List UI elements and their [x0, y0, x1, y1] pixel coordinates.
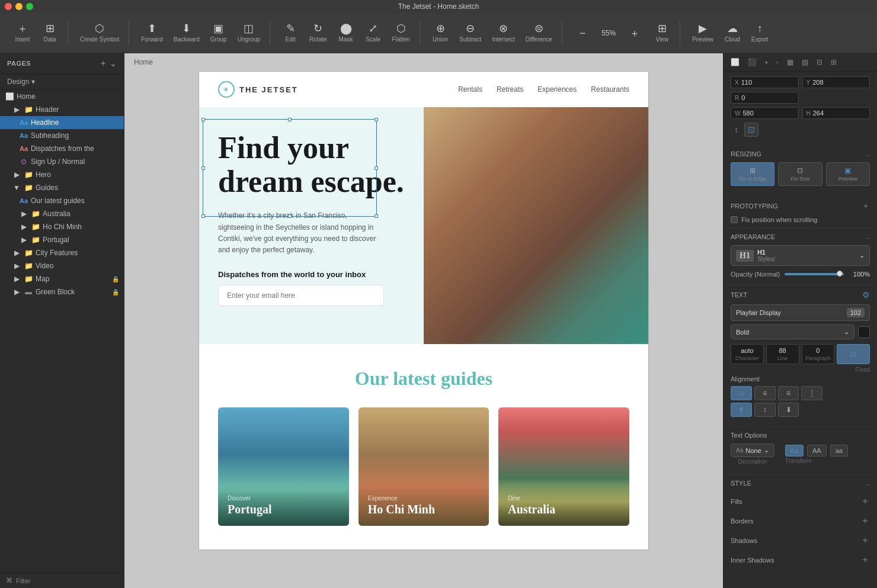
preview-button[interactable]: ▶ Preview	[687, 21, 718, 45]
opacity-slider[interactable]	[785, 273, 844, 275]
font-color-swatch[interactable]	[858, 326, 870, 338]
maximize-button[interactable]	[26, 3, 33, 10]
layer-hero[interactable]: ▶ 📁 Hero	[0, 168, 124, 181]
layer-australia[interactable]: ▶ 📁 Australia	[0, 207, 124, 220]
layer-header[interactable]: ▶ 📁 Header	[0, 103, 124, 116]
scale-button[interactable]: ⤢ Scale	[360, 21, 386, 45]
appearance-style-select[interactable]: H1 H1 Styles/ ⌄	[731, 245, 870, 266]
minimize-button[interactable]	[15, 3, 23, 10]
create-symbol-button[interactable]: ⬡ Create Symbol	[75, 21, 124, 45]
align-left-button[interactable]: ≡	[731, 386, 752, 400]
export-button[interactable]: ↑ Export	[747, 21, 773, 45]
layer-subheading[interactable]: Aa Subheading	[0, 129, 124, 142]
union-button[interactable]: ⊕ Union	[427, 21, 453, 45]
transform-upper-button[interactable]: AA	[807, 445, 827, 457]
inner-shadows-add-button[interactable]: ＋	[860, 554, 870, 566]
view-button[interactable]: ⊞ View	[649, 21, 675, 45]
backward-button[interactable]: ⬇ Backward	[169, 21, 204, 45]
valign-bottom-button[interactable]: ⬇	[778, 403, 799, 417]
layer-our-latest[interactable]: Aa Our latest guides	[0, 194, 124, 207]
close-button[interactable]	[5, 3, 12, 10]
difference-button[interactable]: ⊜ Difference	[521, 21, 557, 45]
transform-title-case-button[interactable]: Aa	[785, 445, 804, 457]
char-field[interactable]: auto Character	[731, 344, 764, 364]
valign-top-button[interactable]: ⬆	[731, 403, 752, 417]
cloud-button[interactable]: ☁ Cloud	[719, 21, 745, 45]
fix-size-option[interactable]: ⊡ Fix Size	[778, 162, 822, 186]
rotate-button[interactable]: ↻ Rotate	[305, 21, 331, 45]
collapse-pages-button[interactable]: ⌄	[110, 58, 117, 69]
w-field[interactable]: W 580	[731, 107, 799, 119]
align-right-button[interactable]: ≡	[778, 386, 799, 400]
nav-restaurants[interactable]: Restaurants	[591, 85, 629, 94]
flatten-button[interactable]: ⬡ Flatten	[388, 21, 415, 45]
design-toggle[interactable]: Design ▾	[0, 74, 124, 90]
fix-scroll-checkbox[interactable]	[731, 216, 738, 223]
zoom-out-button[interactable]: −	[569, 25, 596, 41]
filter-bar[interactable]: ⌘ Filter	[0, 573, 124, 588]
appearance-chevron[interactable]: ⌄	[865, 234, 870, 240]
borders-row: Borders ＋	[731, 511, 870, 531]
style-chevron[interactable]: ⌄	[865, 480, 870, 487]
nav-retreats[interactable]: Retreats	[497, 85, 523, 94]
layer-guides[interactable]: ▼ 📁 Guides	[0, 181, 124, 194]
layer-ho-chi-minh[interactable]: ▶ 📁 Ho Chi Minh	[0, 220, 124, 233]
align-right-edges-button[interactable]: ▪	[761, 56, 771, 69]
nav-experiences[interactable]: Experiences	[537, 85, 577, 94]
distribute-vertical-button[interactable]: ⊞	[827, 56, 840, 69]
forward-button[interactable]: ⬆ Forward	[136, 21, 168, 45]
insert-button[interactable]: ＋ Insert	[9, 21, 36, 45]
decoration-select[interactable]: Aa None ⌄	[731, 444, 774, 457]
edit-button[interactable]: ✎ Edit	[277, 21, 303, 45]
prototyping-add-button[interactable]: ＋	[862, 201, 870, 211]
align-top-edges-button[interactable]: ▫	[772, 56, 782, 69]
h-field[interactable]: H 264	[802, 107, 870, 119]
align-horizontal-centers-button[interactable]: ⬛	[744, 56, 760, 69]
preview-resize-option[interactable]: ▣ Preview	[826, 162, 870, 186]
pin-to-edge-option[interactable]: ⊞ Pin to Edge	[731, 162, 774, 186]
layer-city-features[interactable]: ▶ 📁 City Features	[0, 246, 124, 259]
layer-dispatches[interactable]: Aa Dispatches from the	[0, 142, 124, 155]
layer-green-block[interactable]: ▶ ▬ Green Block 🔒	[0, 285, 124, 298]
align-center-button[interactable]: ≡	[754, 386, 776, 400]
fixed-width-button[interactable]: ⊡	[837, 344, 870, 364]
lock-aspect-button[interactable]: ↕	[731, 123, 742, 137]
layer-video[interactable]: ▶ 📁 Video	[0, 259, 124, 272]
align-left-edges-button[interactable]: ⬜	[727, 56, 743, 69]
fixed-size-button[interactable]: ⊡	[744, 123, 758, 137]
align-justify-button[interactable]: ⋮	[801, 386, 822, 400]
shadows-add-button[interactable]: ＋	[860, 534, 870, 547]
ungroup-button[interactable]: ◫ Ungroup	[233, 21, 265, 45]
subtract-button[interactable]: ⊖ Subtract	[454, 21, 486, 45]
valign-middle-button[interactable]: ↕	[754, 403, 776, 417]
layer-portugal[interactable]: ▶ 📁 Portugal	[0, 233, 124, 246]
distribute-horizontal-button[interactable]: ⊟	[813, 56, 826, 69]
layer-signup[interactable]: ⊙ Sign Up / Normal	[0, 155, 124, 168]
x-field[interactable]: X 110	[731, 76, 799, 88]
intersect-button[interactable]: ⊗ Intersect	[487, 21, 519, 45]
email-input[interactable]	[218, 285, 384, 306]
zoom-in-button[interactable]: ＋	[622, 25, 648, 41]
font-weight-select[interactable]: Bold ⌄	[731, 324, 854, 339]
nav-rentals[interactable]: Rentals	[458, 85, 482, 94]
page-home[interactable]: ⬜ Home	[0, 90, 124, 103]
borders-add-button[interactable]: ＋	[860, 515, 870, 527]
group-button[interactable]: ▣ Group	[206, 21, 232, 45]
canvas-area[interactable]: Home ✈ THE JETSET Rentals Retreats Exper…	[124, 53, 723, 588]
fills-add-button[interactable]: ＋	[860, 495, 870, 507]
add-page-button[interactable]: ＋	[99, 58, 107, 69]
align-vertical-centers-button[interactable]: ▦	[783, 56, 797, 69]
resizing-chevron[interactable]: ⌄	[865, 151, 870, 158]
data-button[interactable]: ⊞ Data	[37, 21, 63, 45]
layer-headline[interactable]: Aa Headline	[0, 116, 124, 129]
align-bottom-edges-button[interactable]: ▧	[798, 56, 812, 69]
rot-field[interactable]: R 0	[731, 92, 799, 104]
text-gear-icon[interactable]: ⚙	[862, 290, 870, 300]
layer-map[interactable]: ▶ 📁 Map 🔒	[0, 272, 124, 285]
y-field[interactable]: Y 208	[802, 76, 870, 88]
mask-button[interactable]: ⬤ Mask	[333, 21, 359, 45]
para-field[interactable]: 0 Paragraph	[802, 344, 835, 364]
font-family-select[interactable]: Playfair Display 102	[731, 304, 870, 321]
line-field[interactable]: 88 Line	[766, 344, 799, 364]
transform-lower-button[interactable]: aa	[830, 445, 848, 457]
